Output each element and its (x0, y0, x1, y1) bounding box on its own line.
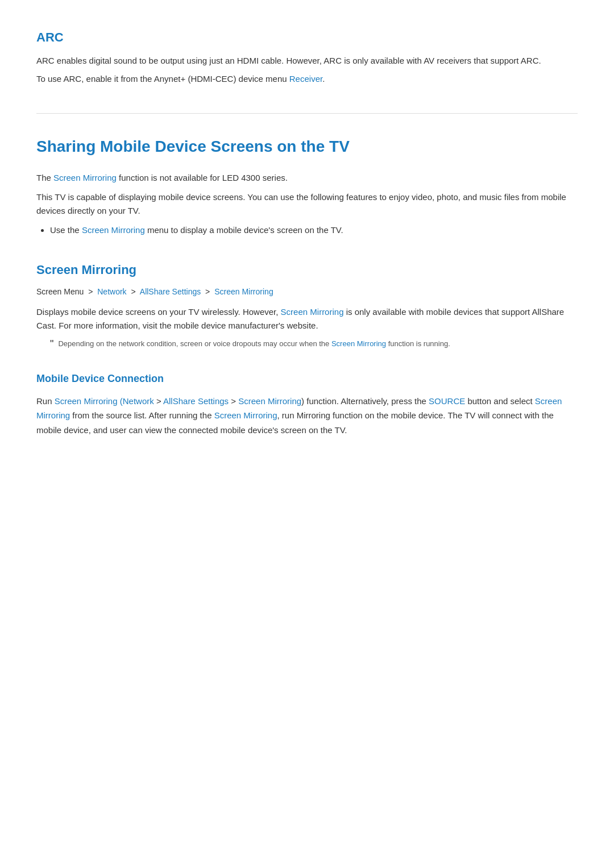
breadcrumb-screen-mirroring-link[interactable]: Screen Mirroring (214, 287, 273, 296)
screen-mirroring-section: Screen Mirroring Screen Menu > Network >… (36, 260, 578, 350)
breadcrumb-arrow3: > (205, 287, 210, 296)
note-prefix: Depending on the network condition, scre… (58, 339, 331, 348)
sharing-screen-mirroring-link[interactable]: Screen Mirroring (53, 173, 117, 182)
note-screen-mirroring-link[interactable]: Screen Mirroring (331, 339, 386, 348)
mobile-device-title: Mobile Device Connection (36, 371, 578, 387)
arc-receiver-link[interactable]: Receiver (289, 74, 322, 84)
arc-section: ARC ARC enables digital sound to be outp… (36, 27, 578, 86)
arc-title: ARC (36, 27, 578, 47)
breadcrumb-arrow2: > (131, 287, 136, 296)
sharing-title: Sharing Mobile Device Screens on the TV (36, 134, 578, 160)
arc-body2-suffix: . (322, 74, 325, 84)
md-arrow1: > (154, 396, 163, 406)
breadcrumb-arrow1: > (88, 287, 93, 296)
sm-body-prefix: Displays mobile device screens on your T… (36, 307, 281, 317)
breadcrumb-network-link[interactable]: Network (97, 287, 126, 296)
md-screen-mirroring-link4[interactable]: Screen Mirroring (214, 410, 277, 420)
arc-body2: To use ARC, enable it from the Anynet+ (… (36, 72, 578, 86)
note-suffix: function is running. (386, 339, 450, 348)
screen-mirroring-title: Screen Mirroring (36, 260, 578, 280)
bullet-screen-mirroring-link[interactable]: Screen Mirroring (82, 225, 145, 235)
sharing-body1: The Screen Mirroring function is not ava… (36, 171, 578, 185)
breadcrumb: Screen Menu > Network > AllShare Setting… (36, 285, 578, 298)
note-text: Depending on the network condition, scre… (58, 338, 450, 350)
bullet-prefix: Use the (50, 225, 82, 235)
sharing-body1-prefix: The (36, 173, 53, 182)
section-divider (36, 113, 578, 114)
md-screen-mirroring-link1[interactable]: Screen Mirroring (Network (55, 396, 154, 406)
md-source-link[interactable]: SOURCE (429, 396, 465, 406)
md-middle2: button and select (465, 396, 535, 406)
md-middle3: from the source list. After running the (70, 410, 214, 420)
md-screen-mirroring-link2[interactable]: Screen Mirroring (238, 396, 301, 406)
md-middle: ) function. Alternatively, press the (301, 396, 429, 406)
arc-body1: ARC enables digital sound to be output u… (36, 54, 578, 68)
mobile-device-body: Run Screen Mirroring (Network > AllShare… (36, 394, 578, 438)
arc-body2-prefix: To use ARC, enable it from the Anynet+ (… (36, 74, 289, 84)
sm-body-link[interactable]: Screen Mirroring (281, 307, 344, 317)
sharing-bullet-list: Use the Screen Mirroring menu to display… (50, 223, 578, 237)
breadcrumb-allshare-link[interactable]: AllShare Settings (140, 287, 201, 296)
sharing-body2: This TV is capable of displaying mobile … (36, 190, 578, 218)
sharing-section: Sharing Mobile Device Screens on the TV … (36, 134, 578, 237)
note-quote-icon: " (50, 338, 53, 351)
md-prefix: Run (36, 396, 55, 406)
sharing-body1-suffix: function is not available for LED 4300 s… (117, 173, 288, 182)
md-arrow2: > (229, 396, 238, 406)
mobile-device-section: Mobile Device Connection Run Screen Mirr… (36, 371, 578, 437)
sharing-bullet-item: Use the Screen Mirroring menu to display… (50, 223, 578, 237)
md-allshare-link[interactable]: AllShare Settings (163, 396, 229, 406)
note-block: " Depending on the network condition, sc… (50, 338, 578, 351)
bullet-suffix: menu to display a mobile device's screen… (145, 225, 343, 235)
breadcrumb-part1: Screen Menu (36, 287, 84, 296)
screen-mirroring-body: Displays mobile device screens on your T… (36, 305, 578, 333)
